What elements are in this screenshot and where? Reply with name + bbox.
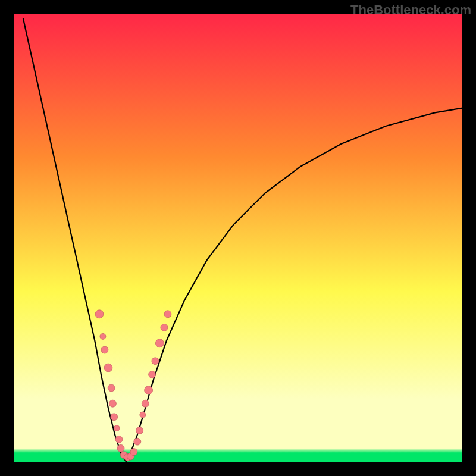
data-point bbox=[111, 414, 118, 421]
chart-stage: TheBottleneck.com bbox=[0, 0, 476, 476]
data-point bbox=[108, 384, 115, 392]
data-point bbox=[95, 310, 104, 318]
data-point bbox=[142, 400, 149, 407]
data-point bbox=[104, 364, 112, 372]
data-point bbox=[152, 358, 159, 365]
data-point bbox=[164, 311, 171, 318]
watermark-text: TheBottleneck.com bbox=[350, 2, 471, 18]
data-point bbox=[117, 444, 124, 452]
data-point bbox=[100, 333, 106, 339]
data-point bbox=[140, 412, 146, 418]
data-point bbox=[136, 427, 143, 434]
data-point bbox=[161, 324, 168, 331]
data-point bbox=[155, 339, 164, 347]
data-point bbox=[130, 449, 137, 456]
data-point bbox=[149, 371, 156, 378]
data-point bbox=[101, 346, 108, 353]
svg-rect-1 bbox=[14, 14, 462, 462]
chart-svg bbox=[0, 0, 476, 476]
data-point bbox=[134, 438, 141, 445]
data-point bbox=[145, 386, 153, 394]
data-point bbox=[114, 425, 120, 431]
data-point bbox=[115, 436, 123, 443]
data-point bbox=[109, 400, 116, 407]
